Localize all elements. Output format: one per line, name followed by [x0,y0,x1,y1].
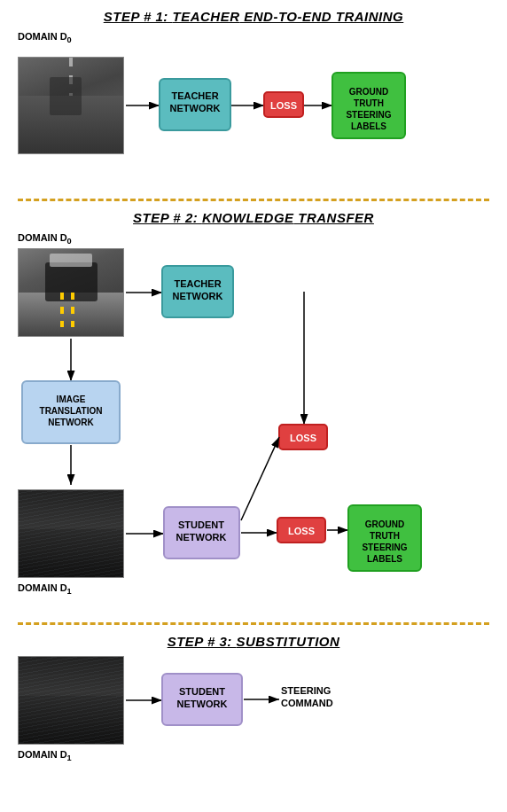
svg-text:TEACHER: TEACHER [174,278,221,289]
step3-section: STEP # 3: SUBSTITUTION DOMAIN D1 [18,634,489,780]
svg-text:TRANSLATION: TRANSLATION [40,406,103,416]
divider2 [18,622,489,625]
svg-text:STUDENT: STUDENT [178,519,224,530]
svg-line-34 [241,437,279,520]
step3-svg: STUDENT NETWORK STEERING COMMAND [18,656,489,780]
svg-text:NETWORK: NETWORK [48,418,94,427]
step1-title: STEP # 1: TEACHER END-TO-END TRAINING [18,9,489,24]
step2-svg: TEACHER NETWORK LOSS IMAGE TRANSLATION N… [18,232,489,613]
svg-text:LABELS: LABELS [367,554,402,564]
svg-text:LOSS: LOSS [270,100,297,111]
divider1 [18,199,489,201]
svg-text:NETWORK: NETWORK [177,699,228,709]
svg-text:LOSS: LOSS [290,433,316,443]
svg-text:LOSS: LOSS [288,526,315,536]
svg-text:NETWORK: NETWORK [170,103,221,113]
step2-section: STEP # 2: KNOWLEDGE TRANSFER DOMAIN D0 [18,210,489,613]
svg-text:COMMAND: COMMAND [281,698,333,708]
svg-text:STEERING: STEERING [346,110,391,120]
svg-text:NETWORK: NETWORK [173,291,223,301]
svg-text:NETWORK: NETWORK [176,532,227,543]
svg-text:STEERING: STEERING [281,685,331,696]
svg-text:TRUTH: TRUTH [354,98,384,108]
svg-text:TEACHER: TEACHER [171,90,218,101]
step3-diagram: DOMAIN D1 STUDENT NETWORK STEERING COMMA [18,656,489,780]
svg-text:TRUTH: TRUTH [370,531,400,541]
svg-text:LABELS: LABELS [351,121,386,131]
svg-text:IMAGE: IMAGE [57,394,86,404]
step1-domain: DOMAIN D0 [18,31,489,44]
svg-text:STEERING: STEERING [362,543,407,552]
step2-diagram: DOMAIN D0 [18,232,489,613]
step1-svg: TEACHER NETWORK LOSS GROUND TRUTH STEERI… [18,48,489,190]
step1-section: STEP # 1: TEACHER END-TO-END TRAINING DO… [18,9,489,190]
step1-diagram: TEACHER NETWORK LOSS GROUND TRUTH STEERI… [18,48,489,190]
svg-text:GROUND: GROUND [349,87,388,97]
step3-title: STEP # 3: SUBSTITUTION [18,634,489,649]
svg-text:GROUND: GROUND [365,519,404,529]
diagram-container: STEP # 1: TEACHER END-TO-END TRAINING DO… [0,0,507,798]
svg-text:STUDENT: STUDENT [179,686,225,697]
step2-title: STEP # 2: KNOWLEDGE TRANSFER [18,210,489,225]
